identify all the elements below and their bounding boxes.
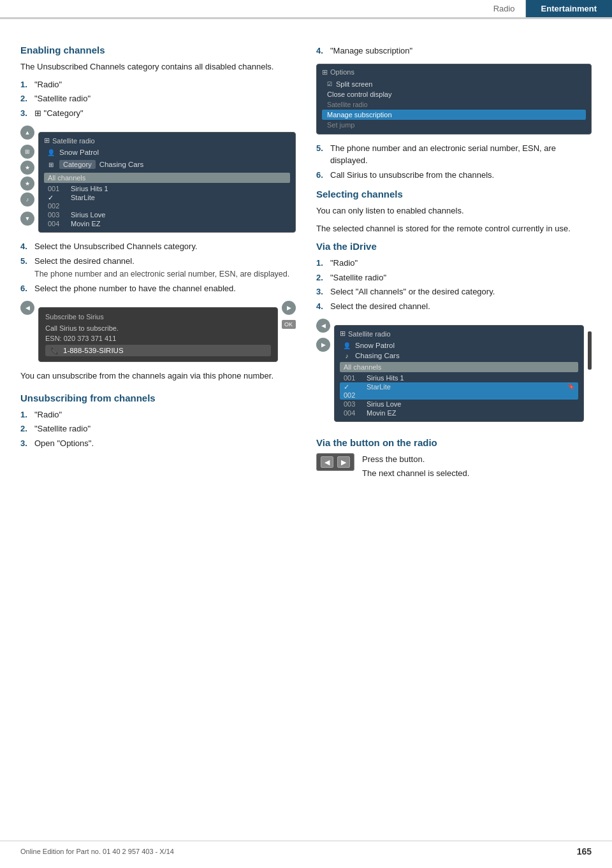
sm-channel-3-2: 003 Sirius Love bbox=[340, 400, 578, 409]
screen-options: ⊞ Options ☑ Split screen Close control d… bbox=[316, 64, 592, 134]
enabling-channels-section: Enabling channels The Unsubscribed Chann… bbox=[20, 45, 296, 382]
sm-row-category: ⊞ Category Chasing Cars bbox=[44, 157, 290, 171]
list-item: 2. "Satellite radio" bbox=[20, 423, 296, 435]
phone-icon: 📞 bbox=[50, 346, 59, 355]
nav-circle-left: ◀ bbox=[20, 301, 34, 315]
selecting-channels-title: Selecting channels bbox=[316, 189, 592, 199]
left-column: Enabling channels The Unsubscribed Chann… bbox=[20, 45, 296, 488]
sm-bookmark-icon: 🔖 bbox=[567, 383, 574, 399]
sm-row-person: 👤 Snow Patrol bbox=[44, 147, 290, 157]
page-header: Radio Entertainment bbox=[0, 0, 612, 18]
sub-phone: 📞 1-888-539-SIRIUS bbox=[45, 345, 271, 356]
nav-icon-down: ▼ bbox=[20, 212, 34, 226]
sm-channel-3: 004 Movin EZ bbox=[44, 219, 290, 228]
page-footer: Online Edition for Part no. 01 40 2 957 … bbox=[0, 841, 612, 857]
sm-channel-3-3: 004 Movin EZ bbox=[340, 409, 578, 417]
unsubscribing-section: Unsubscribing from channels 1. "Radio" 2… bbox=[20, 393, 296, 450]
via-button-section: Via the button on the radio ◀ ▶ Press th… bbox=[316, 437, 592, 484]
opt-row-split: ☑ Split screen bbox=[322, 79, 586, 89]
selecting-intro1: You can only listen to enabled channels. bbox=[316, 205, 592, 217]
list-item: 3. ⊞ "Category" bbox=[20, 107, 296, 120]
list-item: 1. "Radio" bbox=[316, 257, 592, 270]
nav-icon-up: ▲ bbox=[20, 126, 34, 140]
screen-nav-right-2: ▶ OK bbox=[282, 301, 296, 329]
list-item: 4. "Manage subscription" bbox=[316, 45, 592, 57]
list-item: 1. "Radio" bbox=[20, 78, 296, 91]
nav-icon-1: ⊞ bbox=[20, 145, 34, 159]
list-item: 2. "Satellite radio" bbox=[20, 92, 296, 105]
sub-line1: Call Sirius to subscribe. bbox=[45, 324, 271, 332]
sm-music-icon-3: ♪ bbox=[342, 352, 351, 359]
radio-button-row: ◀ ▶ Press the button. The next channel i… bbox=[316, 453, 592, 484]
enabling-steps-4-6: 4. Select the Unsubscribed Channels cate… bbox=[20, 240, 296, 294]
screen-mockup-1-wrap: ▲ ⊞ ★ ★ ♪ ▼ ⊞ Satellite radio 👤 bbox=[20, 126, 296, 240]
screen-nav-left-2: ◀ bbox=[20, 301, 34, 315]
screen-nav-left-3: ◀ ▶ bbox=[316, 319, 330, 352]
enabling-channels-list: 1. "Radio" 2. "Satellite radio" 3. ⊞ "Ca… bbox=[20, 78, 296, 120]
nav-icon-2: ★ bbox=[20, 161, 34, 175]
sm-channel-0: 001 Sirius Hits 1 bbox=[44, 184, 290, 193]
sm-channel-2: 003 Sirius Love bbox=[44, 210, 290, 219]
via-button-title: Via the button on the radio bbox=[316, 437, 592, 448]
radio-button-image: ◀ ▶ bbox=[316, 453, 354, 471]
nav-ok-btn: OK bbox=[282, 320, 296, 329]
screen-mockup-1: ⊞ Satellite radio 👤 Snow Patrol ⊞ Catego… bbox=[38, 132, 296, 233]
selecting-channels-section: Selecting channels You can only listen t… bbox=[316, 189, 592, 235]
sub-line2: ESN: 020 373 371 411 bbox=[45, 335, 271, 342]
list-item: 2. "Satellite radio" bbox=[316, 271, 592, 284]
list-item: 6. Call Sirius to unsubscribe from the c… bbox=[316, 169, 592, 182]
via-button-text: Press the button. The next channel is se… bbox=[362, 453, 469, 484]
opt-section-satellite: Satellite radio bbox=[322, 99, 586, 110]
prev-channel-button[interactable]: ◀ bbox=[321, 456, 333, 468]
sm-title-1: ⊞ Satellite radio bbox=[44, 136, 290, 145]
page-number: 165 bbox=[577, 846, 592, 857]
nav-circle-3-left: ◀ bbox=[316, 319, 330, 333]
sm-row-music-3: ♪ Chasing Cars bbox=[340, 351, 578, 361]
opt-row-setjump: Set jump bbox=[322, 120, 586, 130]
screen-mockup-3-wrap: ◀ ▶ ⊞ Satellite radio 👤 Snow Patrol ♪ Ch… bbox=[316, 319, 592, 430]
scrollbar bbox=[588, 331, 592, 370]
sm-all-channels: All channels bbox=[44, 173, 290, 183]
screen-nav-left: ▲ ⊞ ★ ★ ♪ ▼ bbox=[20, 126, 34, 226]
sm-icon-3: ⊞ bbox=[340, 329, 346, 338]
right-steps-5-6: 5. The phone number and an electronic se… bbox=[316, 142, 592, 182]
nav-icon-4: ♪ bbox=[20, 192, 34, 206]
sm-row-person-3: 👤 Snow Patrol bbox=[340, 340, 578, 351]
list-item: 4. Select the Unsubscribed Channels cate… bbox=[20, 240, 296, 253]
enabling-channels-intro: The Unsubscribed Channels category conta… bbox=[20, 61, 296, 73]
opt-title: ⊞ Options bbox=[322, 68, 586, 76]
selecting-intro2: The selected channel is stored for the r… bbox=[316, 222, 592, 235]
sm-all-channels-3: All channels bbox=[340, 362, 578, 372]
sm-person-icon: 👤 bbox=[47, 149, 55, 156]
enabling-channels-title: Enabling channels bbox=[20, 45, 296, 55]
screen-mockup-2: Subscribe to Sirius Call Sirius to subsc… bbox=[38, 307, 278, 362]
sm-category-icon: ⊞ bbox=[47, 161, 55, 168]
sm-channel-3-0: 001 Sirius Hits 1 bbox=[340, 373, 578, 382]
footer-text: Online Edition for Part no. 01 40 2 957 … bbox=[20, 848, 174, 855]
nav-circle-right: ▶ bbox=[282, 301, 296, 315]
unsubscribing-list: 1. "Radio" 2. "Satellite radio" 3. Open … bbox=[20, 409, 296, 450]
list-item: 3. Select "All channels" or the desired … bbox=[316, 286, 592, 298]
via-idrive-list: 1. "Radio" 2. "Satellite radio" 3. Selec… bbox=[316, 257, 592, 312]
next-channel-button[interactable]: ▶ bbox=[337, 456, 350, 468]
unsub-para: You can unsubscribe from the channels ag… bbox=[20, 370, 296, 382]
list-item: 1. "Radio" bbox=[20, 409, 296, 421]
opt-row-close: Close control display bbox=[322, 89, 586, 99]
nav-icon-3: ★ bbox=[20, 177, 34, 191]
list-item: 3. Open "Options". bbox=[20, 437, 296, 450]
list-item: 6. Select the phone number to have the c… bbox=[20, 282, 296, 295]
sm-icon-1: ⊞ bbox=[44, 136, 50, 145]
opt-row-manage: Manage subscription bbox=[322, 110, 586, 120]
list-item: 5. Select the desired channel. The phone… bbox=[20, 255, 296, 280]
nav-circle-3-right: ▶ bbox=[316, 338, 330, 352]
via-idrive-section: Via the iDrive 1. "Radio" 2. "Satellite … bbox=[316, 241, 592, 430]
main-content: Enabling channels The Unsubscribed Chann… bbox=[0, 29, 612, 488]
list-item: 5. The phone number and an electronic se… bbox=[316, 142, 592, 167]
via-idrive-title: Via the iDrive bbox=[316, 241, 592, 252]
sm-channel-3-1: ✓ 002 StarLite 🔖 bbox=[340, 382, 578, 400]
right-column: 4. "Manage subscription" ⊞ Options ☑ Spl… bbox=[316, 45, 592, 488]
opt-icon: ⊞ bbox=[322, 68, 328, 76]
header-radio-label: Radio bbox=[493, 0, 526, 17]
screen-mockup-2-wrap: ◀ Subscribe to Sirius Call Sirius to sub… bbox=[20, 301, 296, 370]
sm-channel-1: 002 StarLite bbox=[44, 193, 290, 210]
